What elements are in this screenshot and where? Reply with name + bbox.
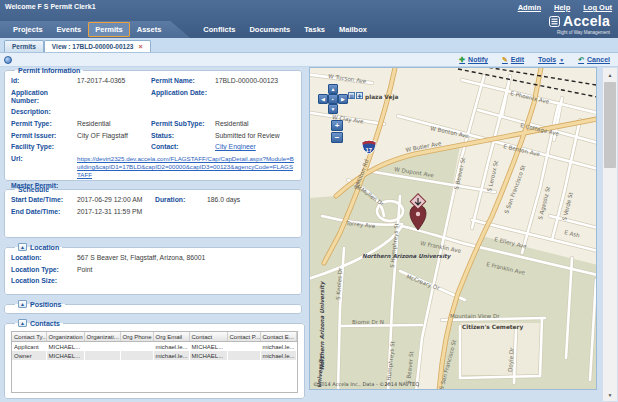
field-value-start: 2017-06-29 12:00 AM xyxy=(77,196,155,204)
help-sphere-icon[interactable] xyxy=(4,56,12,64)
nav-tab-group-right: Conflicts Documents Tasks Mailbox xyxy=(196,21,374,38)
tab-documents[interactable]: Documents xyxy=(242,22,297,37)
col-organization[interactable]: Organization xyxy=(46,332,84,342)
field-label-application-date: Application Date: xyxy=(151,89,215,105)
scroll-down-arrow[interactable]: ▼ xyxy=(603,388,617,401)
top-links: Admin Help Log Out xyxy=(518,3,612,12)
notify-plus-icon: ✚ xyxy=(459,56,465,64)
top-header: Welcome F S Permit Clerk1 Admin Help Log… xyxy=(0,0,618,38)
collapse-positions-icon[interactable]: ▲ xyxy=(18,300,27,308)
field-label-end: End Date/Time: xyxy=(11,208,77,216)
field-value-permit-subtype: Residential xyxy=(215,120,295,128)
map-label: E Phoenix Ave xyxy=(510,90,550,105)
page-scrollbar[interactable]: ▲ ▼ xyxy=(603,68,617,401)
location-map[interactable]: 17 W Tucson AveW Clay AveS Milton Rdplaz… xyxy=(309,67,597,390)
field-value-permit-name: 17BLD-00000-00123 xyxy=(215,77,295,85)
collapse-contacts-icon[interactable]: ▲ xyxy=(18,319,27,327)
edit-button[interactable]: ✎ Edit xyxy=(502,56,524,64)
scrollbar-thumb[interactable] xyxy=(604,82,616,168)
field-label-duration: Duration: xyxy=(155,196,207,204)
tab-projects[interactable]: Projects xyxy=(6,22,50,37)
tab-conflicts[interactable]: Conflicts xyxy=(196,22,242,37)
notify-button[interactable]: ✚ Notify xyxy=(459,56,488,64)
subtab-view-record[interactable]: View : 17BLD-00000-00123 × xyxy=(44,40,151,52)
scroll-up-arrow[interactable]: ▲ xyxy=(603,68,617,81)
tab-assets[interactable]: Assets xyxy=(130,22,169,37)
record-url-link[interactable]: https://devirt2325.dev.accela.com/FLAGST… xyxy=(77,155,295,178)
map-poi-plus-icon[interactable]: ✚ xyxy=(356,92,363,99)
schedule-section: Schedule Start Date/Time: 2017-06-29 12:… xyxy=(4,186,302,238)
field-value-end: 2017-12-31 11:59 PM xyxy=(77,208,295,216)
map-pan-down-button[interactable]: ▼ xyxy=(328,104,338,114)
field-value-description xyxy=(77,108,295,116)
tab-tasks[interactable]: Tasks xyxy=(297,22,332,37)
subtab-view-label: View : 17BLD-00000-00123 xyxy=(52,43,134,50)
map-pan-right-button[interactable]: ▶ xyxy=(338,94,348,104)
col-contact-type[interactable]: Contact Ty... xyxy=(12,332,46,342)
edit-pencil-icon: ✎ xyxy=(502,56,508,64)
col-org-email[interactable]: Org Email xyxy=(153,332,189,342)
field-value-id: 17-2017-4-0365 xyxy=(77,77,151,85)
field-value-location: 567 S Beaver St, Flagstaff, Arizona, 860… xyxy=(77,254,295,262)
svg-text:17: 17 xyxy=(365,147,372,153)
record-toolbar: ✚ Notify ✎ Edit Tools ▼ ↶ Cancel xyxy=(0,53,618,67)
logout-link[interactable]: Log Out xyxy=(583,3,612,12)
field-label-status: Status: xyxy=(151,132,215,140)
field-label-permit-name: Permit Name: xyxy=(151,77,215,85)
field-label-url: Url: xyxy=(11,155,77,178)
col-org-phone[interactable]: Org Phone xyxy=(120,332,153,342)
map-label: plaza Veja xyxy=(365,94,398,101)
permit-information-section: Permit Information Id: 17-2017-4-0365 Pe… xyxy=(4,67,302,181)
tab-mailbox[interactable]: Mailbox xyxy=(332,22,374,37)
tab-permits[interactable]: Permits xyxy=(88,22,130,37)
field-value-location-type: Point xyxy=(77,266,295,274)
contact-row-applicant[interactable]: ApplicantMICHAEL... michael.le...MICHAEL… xyxy=(12,342,296,352)
col-contact-email[interactable]: Contact E... xyxy=(260,332,296,342)
collapse-location-icon[interactable]: ▲ xyxy=(18,243,27,251)
subtab-bar: Permits View : 17BLD-00000-00123 × xyxy=(0,38,618,53)
map-zoom-out-button[interactable]: − xyxy=(331,132,343,143)
col-contact-phone[interactable]: Contact P... xyxy=(227,332,260,342)
close-tab-icon[interactable]: × xyxy=(138,44,142,49)
map-label: W Tucson Ave xyxy=(328,73,367,84)
contact-row-owner[interactable]: OwnerMICHAEL... michael.le...MICHAEL... … xyxy=(12,351,296,360)
field-label-application-number: Application Number: xyxy=(11,89,77,105)
record-detail-panel: Permit Information Id: 17-2017-4-0365 Pe… xyxy=(4,67,302,402)
field-value-status: Submitted for Review xyxy=(215,132,295,140)
col-contact[interactable]: Contact xyxy=(189,332,227,342)
nav-tab-group-left: Projects Events Permits Assets xyxy=(0,21,190,38)
contacts-header-row: Contact Ty... Organization Organizati...… xyxy=(12,332,296,342)
location-section: ▲ Location Location: 567 S Beaver St, Fl… xyxy=(4,243,302,295)
field-label-location-size: Location Size: xyxy=(11,277,77,285)
field-value-permit-type: Residential xyxy=(77,120,151,128)
map-label: Mountain View Dr xyxy=(450,313,500,319)
map-label: Citizen's Cemetery xyxy=(462,324,523,331)
field-label-permit-type: Permit Type: xyxy=(11,120,77,128)
accela-app-window: Welcome F S Permit Clerk1 Admin Help Log… xyxy=(0,0,618,402)
field-label-permit-issuer: Permit Issuer: xyxy=(11,132,77,140)
map-pan-center-button[interactable]: ▪ xyxy=(328,94,338,104)
contact-link[interactable]: City Engineer xyxy=(215,143,295,151)
field-label-description: Description: xyxy=(11,108,77,116)
map-label: Northern Arizona University xyxy=(362,253,452,260)
help-link[interactable]: Help xyxy=(554,3,570,12)
map-pan-up-button[interactable]: ▲ xyxy=(328,84,338,94)
tab-events[interactable]: Events xyxy=(50,22,89,37)
admin-link[interactable]: Admin xyxy=(518,3,541,12)
col-organization2[interactable]: Organizati... xyxy=(84,332,120,342)
field-label-facility-type: Facility Type: xyxy=(11,143,77,151)
welcome-text: Welcome F S Permit Clerk1 xyxy=(5,3,96,10)
field-value-application-number xyxy=(77,89,151,105)
schedule-title: Schedule xyxy=(18,186,49,193)
map-label: Biome Dr N xyxy=(352,319,384,325)
field-value-permit-issuer: City OF Flagstaff xyxy=(77,132,151,140)
map-poi-icon[interactable]: ▦ xyxy=(348,92,355,99)
subtab-permits[interactable]: Permits xyxy=(4,40,44,52)
map-zoom-in-button[interactable]: + xyxy=(331,120,343,131)
tools-dropdown-button[interactable]: Tools ▼ xyxy=(538,56,564,63)
map-pan-left-button[interactable]: ◀ xyxy=(318,94,328,104)
field-label-location-type: Location Type: xyxy=(11,266,77,274)
cancel-button[interactable]: ↶ Cancel xyxy=(578,56,610,64)
cancel-arrow-icon: ↶ xyxy=(578,56,584,64)
field-label-start: Start Date/Time: xyxy=(11,196,77,204)
